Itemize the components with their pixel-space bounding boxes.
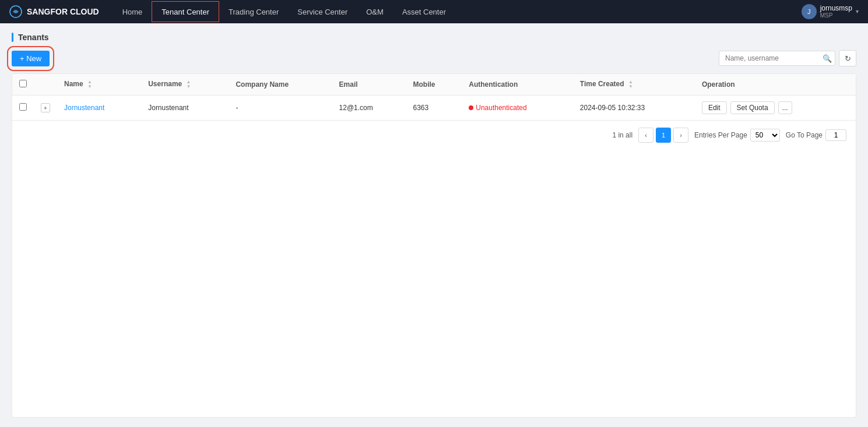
user-role: MSP	[820, 12, 852, 19]
avatar: J	[802, 4, 817, 19]
row-checkbox-cell	[12, 96, 34, 121]
page-title: Tenants	[18, 33, 49, 42]
col-email: Email	[332, 74, 406, 96]
navbar: SANGFOR CLOUD Home Tenant Center Trading…	[0, 0, 868, 23]
refresh-button[interactable]: ↻	[839, 50, 856, 66]
tenants-table: Name ▲▼ Username ▲▼ Company Name Email M	[12, 74, 856, 120]
row-name: Jornustenant	[57, 96, 141, 121]
col-time-created: Time Created ▲▼	[573, 74, 695, 96]
user-info: jornusmsp MSP	[820, 4, 852, 19]
row-expand-cell: +	[34, 96, 57, 121]
go-to-input[interactable]	[825, 129, 846, 141]
per-page-select[interactable]: 10 20 50 100	[750, 129, 780, 142]
brand-logo: SANGFOR CLOUD	[9, 5, 99, 18]
tenant-name-link[interactable]: Jornustenant	[64, 104, 104, 112]
nav-home[interactable]: Home	[113, 0, 152, 23]
col-operation: Operation	[695, 74, 856, 96]
go-to-wrap: Go To Page	[786, 129, 846, 141]
user-name: jornusmsp	[820, 4, 852, 12]
search-input[interactable]	[719, 51, 835, 66]
page-info: 1 in all	[612, 131, 632, 139]
page-title-bar: Tenants	[12, 33, 856, 42]
nav-tenant-center[interactable]: Tenant Center	[152, 1, 219, 22]
sort-time-icon: ▲▼	[628, 80, 633, 89]
page-1-button[interactable]: 1	[656, 128, 671, 143]
col-company: Company Name	[229, 74, 332, 96]
search-wrap: 🔍	[719, 51, 835, 66]
row-auth: Unauthenticated	[462, 96, 573, 121]
col-name: Name ▲▼	[57, 74, 141, 96]
nav-trading-center[interactable]: Trading Center	[219, 0, 288, 23]
col-mobile: Mobile	[406, 74, 462, 96]
chevron-down-icon: ▾	[856, 8, 859, 15]
pagination-bar: 1 in all ‹ 1 › Entries Per Page 10 20 50…	[12, 120, 856, 150]
sort-name-icon: ▲▼	[87, 80, 92, 89]
row-operations: Edit Set Quota ...	[695, 96, 856, 121]
row-company: -	[229, 96, 332, 121]
row-username: Jornustenant	[141, 96, 229, 121]
select-all-checkbox[interactable]	[19, 80, 27, 87]
op-btns: Edit Set Quota ...	[702, 101, 849, 114]
nav-service-center[interactable]: Service Center	[288, 0, 357, 23]
row-time-created: 2024-09-05 10:32:33	[573, 96, 695, 121]
prev-page-button[interactable]: ‹	[638, 128, 653, 143]
per-page-wrap: Entries Per Page 10 20 50 100	[694, 129, 780, 142]
more-button[interactable]: ...	[778, 101, 792, 114]
title-accent	[12, 33, 13, 42]
page-container: Tenants + New 🔍 ↻ Name	[0, 23, 868, 427]
page-nav-btns: ‹ 1 ›	[638, 128, 688, 143]
user-menu[interactable]: J jornusmsp MSP ▾	[802, 4, 859, 19]
search-icon-button[interactable]: 🔍	[823, 54, 832, 63]
nav-asset-center[interactable]: Asset Center	[393, 0, 455, 23]
nav-items: Home Tenant Center Trading Center Servic…	[113, 0, 802, 23]
row-checkbox[interactable]	[19, 103, 27, 111]
row-mobile: 6363	[406, 96, 462, 121]
auth-dot-icon	[469, 105, 473, 110]
edit-button[interactable]: Edit	[702, 101, 727, 114]
auth-status-text: Unauthenticated	[476, 104, 526, 112]
sort-username-icon: ▲▼	[187, 80, 191, 89]
header-checkbox-cell	[12, 74, 34, 96]
toolbar: + New 🔍 ↻	[12, 50, 856, 66]
auth-badge: Unauthenticated	[469, 104, 566, 112]
col-auth: Authentication	[462, 74, 573, 96]
nav-om[interactable]: O&M	[357, 0, 393, 23]
col-username: Username ▲▼	[141, 74, 229, 96]
entries-per-page-label: Entries Per Page	[694, 131, 747, 139]
new-button[interactable]: + New	[12, 51, 50, 66]
table-header-row: Name ▲▼ Username ▲▼ Company Name Email M	[12, 74, 856, 96]
header-expand-cell	[34, 74, 57, 96]
brand-name: SANGFOR CLOUD	[27, 7, 99, 16]
row-email: 12@1.com	[332, 96, 406, 121]
set-quota-button[interactable]: Set Quota	[730, 101, 775, 114]
toolbar-left: + New	[12, 51, 50, 66]
table-wrapper: Name ▲▼ Username ▲▼ Company Name Email M	[12, 73, 856, 418]
toolbar-right: 🔍 ↻	[719, 50, 856, 66]
go-to-label: Go To Page	[786, 131, 823, 139]
next-page-button[interactable]: ›	[673, 128, 688, 143]
expand-icon[interactable]: +	[41, 103, 50, 112]
table-row: + Jornustenant Jornustenant - 12@1.com 6…	[12, 96, 856, 121]
